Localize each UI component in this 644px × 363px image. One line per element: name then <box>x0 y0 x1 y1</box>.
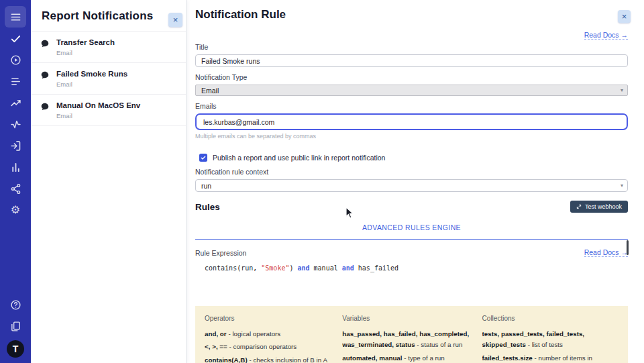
editor-scrollbar[interactable] <box>627 240 629 255</box>
checkbox-checked-icon[interactable] <box>199 154 207 162</box>
emails-input[interactable] <box>195 113 628 130</box>
play-circle-icon[interactable] <box>5 49 26 70</box>
rule-expression-editor[interactable]: contains(run, "Smoke") and manual and ha… <box>195 263 628 306</box>
emails-label: Emails <box>195 102 628 110</box>
list-item[interactable]: Failed Smoke Runs Email <box>31 63 186 95</box>
help-entry: tests, passed_tests, failed_tests, skipp… <box>482 329 619 351</box>
panel-header: Report Notifications <box>31 0 186 31</box>
trend-chart-icon[interactable] <box>5 92 26 113</box>
notification-type: Email <box>56 49 115 56</box>
chat-bubble-icon <box>40 70 50 83</box>
log-in-icon[interactable] <box>5 135 26 156</box>
share-branch-icon[interactable] <box>5 178 26 199</box>
activity-icon[interactable] <box>5 113 26 135</box>
rule-form: Read Docs → Title Notification Type Emai… <box>186 28 644 363</box>
gear-icon[interactable]: ⚙ <box>5 199 26 221</box>
expression-help-panel: Operators and, or - logical operators <,… <box>195 306 628 363</box>
notification-type: Email <box>56 112 140 119</box>
expand-arrows-icon <box>576 204 582 209</box>
app-window: ⚙ T Report Notifications × Transfer Sear… <box>0 0 644 363</box>
help-column-title: Collections <box>482 315 619 322</box>
chat-bubble-icon <box>40 102 50 114</box>
notification-title: Transfer Search <box>56 38 115 46</box>
report-notifications-panel: Report Notifications × Transfer Search E… <box>31 0 186 363</box>
advanced-rules-tab: ADVANCED RULES ENGINE <box>195 221 628 240</box>
notification-type-label: Notification Type <box>195 73 628 81</box>
help-column-title: Operators <box>205 315 333 322</box>
selected-context: run <box>201 182 211 190</box>
title-label: Title <box>195 43 628 51</box>
bar-chart-icon[interactable] <box>5 156 26 178</box>
advanced-rules-engine-link[interactable]: ADVANCED RULES ENGINE <box>362 223 461 231</box>
publish-checkbox-row[interactable]: Publish a report and use public link in … <box>199 154 628 162</box>
emails-hint: Multiple emails can be separated by comm… <box>195 133 628 140</box>
rules-heading: Rules <box>195 202 220 212</box>
chevron-down-icon: ▾ <box>621 87 623 93</box>
app-sidebar: ⚙ T <box>0 0 31 363</box>
context-label: Notification rule context <box>195 168 628 176</box>
notification-type-select[interactable]: Email ▾ <box>195 85 628 96</box>
chat-bubble-icon <box>40 39 50 51</box>
notification-type: Email <box>56 81 127 88</box>
list-item[interactable]: Manual On MacOS Env Email <box>31 95 186 126</box>
check-icon[interactable] <box>5 28 26 49</box>
panel-title: Report Notifications <box>42 9 159 23</box>
test-webhook-button[interactable]: Test webhook <box>570 201 628 213</box>
read-docs-link[interactable]: Read Docs → <box>584 31 628 40</box>
page-title: Notification Rule <box>195 8 635 21</box>
close-panel-button[interactable]: × <box>168 13 182 27</box>
docs-icon[interactable] <box>5 315 26 337</box>
app-logo[interactable]: T <box>7 340 24 358</box>
title-input[interactable] <box>195 54 628 67</box>
code-line: contains(run, "Smoke") and manual and ha… <box>205 264 628 272</box>
list-item[interactable]: Transfer Search Email <box>31 31 186 63</box>
notification-title: Failed Smoke Runs <box>56 70 127 78</box>
help-entry: automated, manual - type of a run <box>342 353 472 363</box>
help-column-title: Variables <box>342 315 472 322</box>
chevron-down-icon: ▾ <box>621 183 623 189</box>
main-header: Notification Rule <box>186 0 644 21</box>
context-select[interactable]: run ▾ <box>195 179 628 192</box>
publish-checkbox-label: Publish a report and use public link in … <box>213 154 385 162</box>
notification-rule-panel: Notification Rule × Read Docs → Title No… <box>186 0 644 363</box>
help-entry: has_passed, has_failed, has_completed, w… <box>342 329 472 351</box>
close-rule-button[interactable]: × <box>618 10 631 23</box>
task-list-icon[interactable] <box>5 70 26 92</box>
help-entry: contains(A,B) - checks inclusion of B in… <box>205 355 333 363</box>
menu-icon[interactable] <box>5 6 26 28</box>
help-entry: and, or - logical operators <box>205 329 333 340</box>
help-entry: <, >, == - comparison operators <box>205 342 333 352</box>
help-icon[interactable] <box>5 294 26 315</box>
read-docs-link[interactable]: Read Docs → <box>584 248 628 257</box>
help-entry: failed_tests.size - number of items in c… <box>482 353 619 363</box>
notification-title: Manual On MacOS Env <box>56 101 140 109</box>
selected-type: Email <box>201 87 219 95</box>
rule-expression-label: Rule Expression <box>195 249 246 257</box>
